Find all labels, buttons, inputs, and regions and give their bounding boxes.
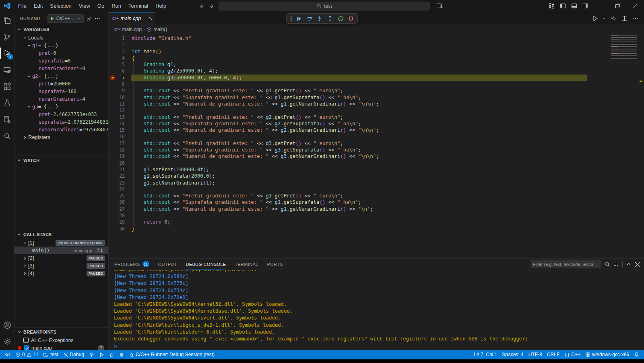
tab-close-icon[interactable] xyxy=(149,17,153,21)
tab-main-cpp[interactable]: C++ main.cpp xyxy=(109,12,155,25)
run-cpp-icon[interactable] xyxy=(590,13,601,24)
code-line-25[interactable]: 25 std::cout << "Pretul gradinii este: "… xyxy=(109,193,644,199)
menu-view[interactable]: View xyxy=(75,0,94,12)
variable-row[interactable]: numarGradinari = 1975684078 xyxy=(14,126,108,133)
variable-row[interactable]: suprafata = 100 xyxy=(14,87,108,95)
editor-settings-icon[interactable] xyxy=(608,13,618,24)
accounts-icon[interactable] xyxy=(0,317,14,333)
variable-row[interactable]: suprafata = 0 xyxy=(14,57,108,64)
step-into-button[interactable] xyxy=(315,14,324,23)
code-line-29[interactable]: 29 return 0; xyxy=(109,219,644,225)
remote-indicator[interactable] xyxy=(2,350,13,359)
code-line-27[interactable]: 27 std::cout << "Numarul de gradinari es… xyxy=(109,206,644,212)
menu-run[interactable]: Run xyxy=(108,0,125,12)
debug-console-output[interactable]: =cmd-param-changed,param="pagination",va… xyxy=(109,270,644,342)
code-line-9[interactable]: 9 std::cout << "Pretul gradinii este: " … xyxy=(109,87,644,94)
breakpoint-exceptions-row[interactable]: All C++ Exceptions xyxy=(14,336,108,344)
code-line-17[interactable]: 17 std::cout << "Pretul gradinii este: "… xyxy=(109,140,644,147)
eol-sequence[interactable]: CRLF xyxy=(545,350,562,359)
panel-tab-ports[interactable]: PORTS xyxy=(267,259,283,270)
variable-row[interactable]: suprafata = 2.0762219448315872… xyxy=(14,118,108,126)
code-line-11[interactable]: 11 std::cout << "Numarul de gradinari es… xyxy=(109,101,644,107)
runner-target[interactable]: test xyxy=(41,350,60,359)
menu-file[interactable]: File xyxy=(14,0,30,12)
call-stack-frame[interactable]: [4]PAUSED xyxy=(14,270,108,277)
restore-button[interactable] xyxy=(609,0,626,12)
code-line-6[interactable]: 6 Gradina g2(250000.0f, 4); xyxy=(109,68,644,74)
variables-registers-row[interactable]: Registers xyxy=(14,133,108,141)
runner-settings-icon[interactable] xyxy=(0,111,14,128)
code-line-8[interactable]: 8 xyxy=(109,81,644,87)
code-line-18[interactable]: 18 std::cout << "Suprafata gradinii este… xyxy=(109,147,644,153)
minimap[interactable] xyxy=(611,35,637,59)
close-button[interactable] xyxy=(626,0,644,12)
code-line-7[interactable]: 7 Gradina g3(500000.0f, 6000.0, 4); xyxy=(109,75,644,81)
breakpoint-file-row[interactable]: main.cpp 7 xyxy=(14,344,108,350)
problems-status[interactable]: 0 11 xyxy=(13,350,41,359)
code-line-3[interactable]: 3int main() xyxy=(109,48,644,55)
code-line-5[interactable]: 5 Gradina g1; xyxy=(109,61,644,68)
code-line-2[interactable]: 2 xyxy=(109,41,644,48)
step-out-button[interactable] xyxy=(325,14,335,23)
runner-mode[interactable]: Debug xyxy=(61,350,87,359)
variable-row[interactable]: pret = 250000 xyxy=(14,80,108,87)
call-stack-frame[interactable]: [3]PAUSED xyxy=(14,262,108,270)
breakpoint-checkbox[interactable] xyxy=(24,345,29,350)
variables-locals-row[interactable]: Locals xyxy=(14,34,108,41)
call-stack-frame[interactable]: [2]PAUSED xyxy=(14,254,108,262)
code-editor[interactable]: 1#include "Gradina.h"23int main()4{5 Gra… xyxy=(109,34,644,258)
split-editor-icon[interactable] xyxy=(619,13,630,24)
debug-console-input[interactable]: > xyxy=(109,342,644,350)
menu-selection[interactable]: Selection xyxy=(46,0,75,12)
code-line-16[interactable]: 16 xyxy=(109,133,644,140)
code-line-30[interactable]: 30} xyxy=(109,226,644,232)
explorer-icon[interactable] xyxy=(0,12,14,29)
variable-row[interactable]: pret = 2.46627753e+033 xyxy=(14,110,108,118)
variable-group-row[interactable]: g3 = {...} xyxy=(14,103,108,110)
menu-terminal[interactable]: Terminal xyxy=(125,0,152,12)
code-line-26[interactable]: 26 std::cout << "Suprafata gradinii este… xyxy=(109,199,644,205)
code-line-14[interactable]: 14 std::cout << "Suprafata gradinii este… xyxy=(109,120,644,127)
testing-icon[interactable] xyxy=(0,95,14,111)
code-line-4[interactable]: 4{ xyxy=(109,55,644,61)
code-line-23[interactable]: 23 g1.setNumarGradinari(1); xyxy=(109,180,644,186)
exceptions-checkbox[interactable] xyxy=(23,338,29,343)
customize-layout-icon[interactable] xyxy=(546,0,557,12)
minimize-button[interactable] xyxy=(591,0,609,12)
code-line-21[interactable]: 21 g1.setPret(100000.0f); xyxy=(109,166,644,173)
restart-button[interactable] xyxy=(336,14,345,23)
breakpoint-hit-icon[interactable] xyxy=(110,75,116,81)
panel-tab-terminal[interactable]: TERMINAL xyxy=(235,259,258,270)
toggle-panel-icon[interactable] xyxy=(568,0,580,12)
console-filter-input[interactable]: Filter (e.g. text, !exclude, \esca... xyxy=(530,260,601,268)
console-search-icon[interactable] xyxy=(605,261,610,267)
variable-group-row[interactable]: g1 = {...} xyxy=(14,41,108,49)
panel-tab-debug-console[interactable]: DEBUG CONSOLE xyxy=(186,259,226,270)
runner-debug-icon[interactable] xyxy=(107,350,117,359)
command-center-search[interactable]: test xyxy=(219,2,430,10)
variable-row[interactable]: numarGradinari = 4 xyxy=(14,95,108,103)
compiler-status[interactable]: windows-gcc-x86 xyxy=(583,350,632,359)
editor-more-actions-icon[interactable] xyxy=(630,13,641,24)
encoding[interactable]: UTF-8 xyxy=(526,350,545,359)
code-line-10[interactable]: 10 std::cout << "Suprafata gradinii este… xyxy=(109,94,644,101)
cursor-position[interactable]: Ln 7, Col 1 xyxy=(471,350,500,359)
more-actions-icon[interactable] xyxy=(95,16,100,21)
run-dropdown-icon[interactable] xyxy=(601,13,607,24)
remote-explorer-icon[interactable] xyxy=(0,62,14,78)
variable-row[interactable]: pret = 0 xyxy=(14,49,108,57)
toolbar-grip-icon[interactable] xyxy=(288,14,293,23)
toggle-secondary-sidebar-icon[interactable] xyxy=(580,0,591,12)
runner-clean-icon[interactable] xyxy=(117,350,126,359)
code-line-13[interactable]: 13 std::cout << "Pretul gradinii este: "… xyxy=(109,114,644,120)
breakpoints-section-header[interactable]: BREAKPOINTS xyxy=(14,328,108,336)
variable-group-row[interactable]: g2 = {...} xyxy=(14,72,108,80)
run-and-debug-icon[interactable]: 1 xyxy=(0,45,14,62)
nav-back-icon[interactable] xyxy=(199,3,205,9)
code-line-24[interactable]: 24 xyxy=(109,186,644,193)
stop-button[interactable] xyxy=(346,14,356,23)
launch-config-dropdown[interactable]: C/C++ ... xyxy=(47,14,84,23)
extensions-icon[interactable] xyxy=(0,78,14,95)
call-stack-function-row[interactable]: main()main.cpp7:1 xyxy=(14,247,108,254)
panel-tab-problems[interactable]: PROBLEMS11 xyxy=(114,259,149,270)
